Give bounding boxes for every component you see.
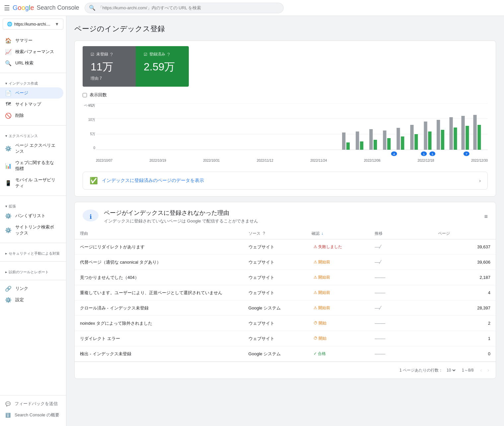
status-badge: ⏱ 開始 — [312, 335, 328, 342]
sidebar-item-about[interactable]: ℹ️ Search Console の概要 — [0, 409, 66, 421]
pagination-next-button[interactable]: › — [486, 366, 490, 375]
sidebar: 🌐 https://kumo-archi.... ▼ 🏠 サマリー 📈 検索パフ… — [0, 16, 66, 426]
chart-y-0: 0 — [83, 146, 95, 150]
index-link-text: インデックスに登録済みのページのデータを表示 — [102, 178, 204, 184]
unregistered-sub: 理由 7 — [91, 76, 128, 81]
unregistered-help-icon[interactable]: ? — [110, 52, 113, 57]
col-check-header: 確認 ↓ — [306, 228, 369, 239]
check-cell: ⚠ 開始前 — [306, 255, 369, 270]
sidebar-item-url-check[interactable]: 🔍 URL 検索 — [0, 57, 63, 69]
table-row[interactable]: ページにリダイレクトがあります ウェブサイト ⚠ 失敗しました —∕ 39,63… — [75, 239, 496, 255]
table-row[interactable]: 重複しています。ユーザーにより、正規ページとして選択されていません ウェブサイト… — [75, 285, 496, 300]
check-cell: ⏱ 開始 — [306, 316, 369, 331]
svg-rect-24 — [466, 126, 469, 150]
source-cell: ウェブサイト — [243, 255, 306, 270]
status-badge: ✓ 合格 — [312, 350, 328, 357]
sidebar-item-summary[interactable]: 🏠 サマリー — [0, 35, 63, 46]
source-help-icon[interactable]: ? — [263, 231, 265, 236]
collapse-arrow-prev-icon: ▸ — [5, 270, 7, 274]
page-count-cell: 1 — [433, 331, 496, 346]
table-row[interactable]: 検出 - インデックス未登録 Google システム ✓ 合格 —— 0 — [75, 346, 496, 362]
sidebar-item-breadcrumb[interactable]: ⚙️ パンくずリスト — [0, 210, 63, 221]
table-row[interactable]: noindex タグによって除外されました ウェブサイト ⏱ 開始 —— 2 — [75, 316, 496, 331]
about-icon: ℹ️ — [5, 413, 11, 418]
rows-per-page-select[interactable]: 10 25 50 — [445, 368, 457, 373]
sidebar-divider-1 — [0, 73, 66, 73]
chart-x-5: 2022/11/24 — [310, 159, 327, 162]
sidebar-item-sitemap[interactable]: 🗺 サイトマップ — [0, 99, 63, 110]
index-link[interactable]: ✅ インデックスに登録済みのページのデータを表示 › — [83, 172, 488, 190]
page-count-cell: 2,187 — [433, 270, 496, 285]
page-count-cell: 0 — [433, 346, 496, 362]
registered-value: 2.59万 — [144, 60, 181, 74]
trend-flat-icon: —— — [375, 320, 385, 326]
table-row[interactable]: クロール済み - インデックス未登録 Google システム ⚠ 開始前 —∕ … — [75, 300, 496, 316]
status-badge: ⚠ 開始前 — [312, 304, 332, 311]
svg-rect-13 — [401, 136, 404, 150]
svg-rect-21 — [449, 117, 453, 150]
page-count-cell: 39,606 — [433, 255, 496, 270]
page-count-cell: 39,637 — [433, 239, 496, 255]
reasons-table: 理由 ソース ? 確認 ↓ 推移 — [75, 228, 496, 362]
table-row[interactable]: リダイレクト エラー ウェブサイト ⏱ 開始 —— 1 — [75, 331, 496, 346]
sidebar-item-feedback[interactable]: 💬 フィードバックを送信 — [0, 398, 66, 409]
menu-icon[interactable]: ☰ — [4, 4, 10, 12]
trend-cell: —— — [369, 285, 432, 300]
pagination-nav: ‹ › — [479, 366, 490, 375]
sidebar-item-sitelink[interactable]: ⚙️ サイトリンク検索ボックス — [0, 221, 63, 239]
sidebar-label-summary: サマリー — [15, 38, 33, 43]
reason-cell: 検出 - インデックス未登録 — [75, 346, 243, 362]
chart-x-4: 2022/11/12 — [257, 159, 273, 162]
reason-cell: 代替ページ（適切な canonical タグあり） — [75, 255, 243, 270]
reasons-table-header: 理由 ソース ? 確認 ↓ 推移 — [75, 228, 496, 239]
unregistered-header: ☑ 未登録 ? — [91, 51, 128, 57]
trend-flat-icon: —— — [375, 290, 385, 296]
header: ☰ Google Search Console 🔍 — [0, 0, 504, 16]
svg-rect-23 — [461, 116, 465, 150]
sidebar-item-delete[interactable]: 🚫 削除 — [0, 110, 63, 121]
source-cell: ウェブサイト — [243, 331, 306, 346]
filter-icon[interactable]: ≡ — [484, 213, 488, 220]
sidebar-experience-section: ▾ エクスペリエンス ⚙️ ページ エクスペリエンス 📊 ウェブに関する主な指標… — [0, 128, 66, 193]
sidebar-label-feedback: フィードバックを送信 — [15, 401, 58, 407]
chart-checkbox-input[interactable] — [83, 93, 87, 97]
trend-cell: —— — [369, 331, 432, 346]
source-cell: ウェブサイト — [243, 270, 306, 285]
table-row[interactable]: 見つかりませんでした（404） ウェブサイト ⚠ 開始前 —— 2,187 — [75, 270, 496, 285]
registered-help-icon[interactable]: ? — [167, 52, 170, 57]
sidebar-item-mobile[interactable]: 📱 モバイル ユーザビリティ — [0, 174, 63, 192]
sidebar-item-settings[interactable]: ⚙️ 設定 — [0, 294, 63, 305]
sidebar-previous-section: ▸ 以前のツールとレポート — [0, 264, 66, 277]
sidebar-item-page-exp[interactable]: ⚙️ ページ エクスペリエンス — [0, 140, 63, 157]
svg-text:4: 4 — [393, 152, 395, 156]
source-cell: Google システム — [243, 300, 306, 316]
collapse-arrow-exp-icon: ▾ — [5, 134, 7, 138]
globe-icon: 🌐 — [7, 22, 12, 27]
svg-rect-18 — [428, 131, 431, 150]
chart-x-1: 2022/10/07 — [96, 159, 112, 162]
sidebar-label-page-exp: ページ エクスペリエンス — [15, 142, 58, 154]
table-row[interactable]: 代替ページ（適切な canonical タグあり） ウェブサイト ⚠ 開始前 —… — [75, 255, 496, 270]
page-count-cell: 2 — [433, 316, 496, 331]
search-bar[interactable]: 🔍 — [85, 3, 284, 13]
sitelink-icon: ⚙️ — [5, 227, 11, 233]
sidebar-divider-6 — [0, 280, 66, 280]
search-input[interactable] — [98, 5, 279, 10]
sidebar-label-settings: 設定 — [15, 297, 24, 303]
unregistered-stat: ☑ 未登録 ? 11万 理由 7 — [83, 46, 136, 87]
trend-cell: —— — [369, 316, 432, 331]
sidebar-label-url-check: URL 検索 — [15, 60, 34, 66]
sidebar-item-page[interactable]: 📄 ページ — [0, 87, 63, 99]
status-badge: ⚠ 開始前 — [312, 289, 332, 296]
trend-flat-icon: —— — [375, 351, 385, 357]
sidebar-item-search-perf[interactable]: 📈 検索パフォーマンス — [0, 46, 63, 57]
search-icon: 🔍 — [89, 5, 96, 11]
bar-chart-svg: 4 1 1 7 — [96, 103, 488, 156]
sidebar-item-links[interactable]: 🔗 リンク — [0, 283, 63, 294]
pagination-prev-button[interactable]: ‹ — [479, 366, 483, 375]
site-selector[interactable]: 🌐 https://kumo-archi.... ▼ — [3, 19, 63, 30]
sidebar-item-web-vitals[interactable]: 📊 ウェブに関する主な指標 — [0, 157, 63, 174]
sort-down-icon[interactable]: ↓ — [321, 231, 323, 236]
reason-cell: 見つかりませんでした（404） — [75, 270, 243, 285]
chart-checkbox-label[interactable]: 表示回数 — [83, 92, 488, 98]
